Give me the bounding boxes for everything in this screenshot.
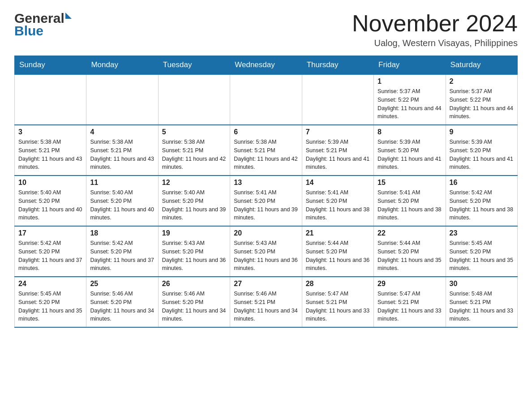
weekday-header-saturday: Saturday <box>446 56 517 75</box>
calendar-day-cell: 10Sunrise: 5:40 AMSunset: 5:20 PMDayligh… <box>15 176 86 226</box>
day-number: 8 <box>378 128 442 136</box>
day-number: 1 <box>378 77 442 86</box>
calendar-day-cell: 21Sunrise: 5:44 AMSunset: 5:20 PMDayligh… <box>302 226 373 277</box>
calendar-week-row: 17Sunrise: 5:42 AMSunset: 5:20 PMDayligh… <box>15 226 518 277</box>
title-area: November 2024 Ualog, Western Visayas, Ph… <box>352 11 518 48</box>
day-info: Sunrise: 5:45 AMSunset: 5:20 PMDaylight:… <box>450 239 514 273</box>
calendar-day-cell: 12Sunrise: 5:40 AMSunset: 5:20 PMDayligh… <box>158 176 230 226</box>
day-number: 11 <box>90 179 154 187</box>
weekday-header-friday: Friday <box>374 56 446 75</box>
day-number: 18 <box>90 229 154 237</box>
day-info: Sunrise: 5:41 AMSunset: 5:20 PMDaylight:… <box>306 188 370 222</box>
day-number: 15 <box>378 179 442 187</box>
weekday-header-thursday: Thursday <box>302 56 373 75</box>
day-info: Sunrise: 5:42 AMSunset: 5:20 PMDaylight:… <box>18 239 82 273</box>
day-number: 16 <box>450 179 514 187</box>
weekday-header-sunday: Sunday <box>15 56 86 75</box>
day-info: Sunrise: 5:40 AMSunset: 5:20 PMDaylight:… <box>162 188 226 222</box>
day-number: 29 <box>378 280 442 288</box>
day-number: 21 <box>306 229 370 237</box>
calendar-day-cell <box>15 74 86 125</box>
calendar-week-row: 24Sunrise: 5:45 AMSunset: 5:20 PMDayligh… <box>15 277 518 327</box>
calendar-day-cell: 23Sunrise: 5:45 AMSunset: 5:20 PMDayligh… <box>446 226 517 277</box>
calendar-day-cell: 14Sunrise: 5:41 AMSunset: 5:20 PMDayligh… <box>302 176 373 226</box>
day-info: Sunrise: 5:44 AMSunset: 5:20 PMDaylight:… <box>378 239 442 273</box>
month-title: November 2024 <box>352 11 518 36</box>
day-info: Sunrise: 5:46 AMSunset: 5:20 PMDaylight:… <box>90 290 154 323</box>
calendar-day-cell: 25Sunrise: 5:46 AMSunset: 5:20 PMDayligh… <box>86 277 158 327</box>
day-info: Sunrise: 5:45 AMSunset: 5:20 PMDaylight:… <box>18 290 82 323</box>
day-number: 20 <box>234 229 298 237</box>
day-number: 10 <box>18 179 82 187</box>
calendar-day-cell: 27Sunrise: 5:46 AMSunset: 5:21 PMDayligh… <box>230 277 302 327</box>
day-number: 26 <box>162 280 226 288</box>
weekday-header-wednesday: Wednesday <box>230 56 302 75</box>
calendar-day-cell <box>158 74 230 125</box>
page-header: General Blue November 2024 Ualog, Wester… <box>14 11 518 48</box>
calendar-day-cell: 4Sunrise: 5:38 AMSunset: 5:21 PMDaylight… <box>86 125 158 176</box>
day-info: Sunrise: 5:40 AMSunset: 5:20 PMDaylight:… <box>18 188 82 222</box>
day-number: 7 <box>306 128 370 136</box>
logo-arrow-icon <box>65 13 72 19</box>
calendar-week-row: 1Sunrise: 5:37 AMSunset: 5:22 PMDaylight… <box>15 74 518 125</box>
day-info: Sunrise: 5:43 AMSunset: 5:20 PMDaylight:… <box>162 239 226 273</box>
day-number: 17 <box>18 229 82 237</box>
calendar-day-cell: 9Sunrise: 5:39 AMSunset: 5:20 PMDaylight… <box>446 125 517 176</box>
day-info: Sunrise: 5:47 AMSunset: 5:21 PMDaylight:… <box>306 290 370 323</box>
calendar-table: SundayMondayTuesdayWednesdayThursdayFrid… <box>14 56 518 328</box>
calendar-day-cell: 30Sunrise: 5:48 AMSunset: 5:21 PMDayligh… <box>446 277 517 327</box>
day-number: 5 <box>162 128 226 136</box>
day-info: Sunrise: 5:38 AMSunset: 5:21 PMDaylight:… <box>162 138 226 171</box>
calendar-day-cell: 11Sunrise: 5:40 AMSunset: 5:20 PMDayligh… <box>86 176 158 226</box>
day-info: Sunrise: 5:39 AMSunset: 5:20 PMDaylight:… <box>378 138 442 171</box>
day-number: 2 <box>450 77 514 86</box>
day-number: 14 <box>306 179 370 187</box>
calendar-day-cell: 17Sunrise: 5:42 AMSunset: 5:20 PMDayligh… <box>15 226 86 277</box>
weekday-header-row: SundayMondayTuesdayWednesdayThursdayFrid… <box>15 56 518 75</box>
day-number: 25 <box>90 280 154 288</box>
day-info: Sunrise: 5:37 AMSunset: 5:22 PMDaylight:… <box>378 87 442 121</box>
day-number: 19 <box>162 229 226 237</box>
day-info: Sunrise: 5:46 AMSunset: 5:21 PMDaylight:… <box>234 290 298 323</box>
location-subtitle: Ualog, Western Visayas, Philippines <box>352 38 518 48</box>
calendar-day-cell <box>86 74 158 125</box>
calendar-day-cell: 29Sunrise: 5:47 AMSunset: 5:21 PMDayligh… <box>374 277 446 327</box>
day-number: 22 <box>378 229 442 237</box>
calendar-day-cell: 2Sunrise: 5:37 AMSunset: 5:22 PMDaylight… <box>446 74 517 125</box>
day-info: Sunrise: 5:37 AMSunset: 5:22 PMDaylight:… <box>450 87 514 121</box>
calendar-day-cell: 22Sunrise: 5:44 AMSunset: 5:20 PMDayligh… <box>374 226 446 277</box>
day-number: 6 <box>234 128 298 136</box>
calendar-day-cell: 15Sunrise: 5:41 AMSunset: 5:20 PMDayligh… <box>374 176 446 226</box>
day-number: 23 <box>450 229 514 237</box>
day-number: 30 <box>450 280 514 288</box>
day-info: Sunrise: 5:44 AMSunset: 5:20 PMDaylight:… <box>306 239 370 273</box>
calendar-day-cell: 24Sunrise: 5:45 AMSunset: 5:20 PMDayligh… <box>15 277 86 327</box>
calendar-week-row: 10Sunrise: 5:40 AMSunset: 5:20 PMDayligh… <box>15 176 518 226</box>
calendar-week-row: 3Sunrise: 5:38 AMSunset: 5:21 PMDaylight… <box>15 125 518 176</box>
calendar-day-cell: 1Sunrise: 5:37 AMSunset: 5:22 PMDaylight… <box>374 74 446 125</box>
day-info: Sunrise: 5:38 AMSunset: 5:21 PMDaylight:… <box>90 138 154 171</box>
day-info: Sunrise: 5:43 AMSunset: 5:20 PMDaylight:… <box>234 239 298 273</box>
calendar-day-cell: 8Sunrise: 5:39 AMSunset: 5:20 PMDaylight… <box>374 125 446 176</box>
day-number: 27 <box>234 280 298 288</box>
calendar-day-cell: 13Sunrise: 5:41 AMSunset: 5:20 PMDayligh… <box>230 176 302 226</box>
calendar-day-cell: 6Sunrise: 5:38 AMSunset: 5:21 PMDaylight… <box>230 125 302 176</box>
calendar-day-cell: 26Sunrise: 5:46 AMSunset: 5:20 PMDayligh… <box>158 277 230 327</box>
calendar-day-cell <box>230 74 302 125</box>
day-number: 3 <box>18 128 82 136</box>
day-info: Sunrise: 5:38 AMSunset: 5:21 PMDaylight:… <box>234 138 298 171</box>
day-info: Sunrise: 5:41 AMSunset: 5:20 PMDaylight:… <box>234 188 298 222</box>
calendar-day-cell: 5Sunrise: 5:38 AMSunset: 5:21 PMDaylight… <box>158 125 230 176</box>
day-number: 28 <box>306 280 370 288</box>
day-info: Sunrise: 5:38 AMSunset: 5:21 PMDaylight:… <box>18 138 82 171</box>
weekday-header-monday: Monday <box>86 56 158 75</box>
day-info: Sunrise: 5:39 AMSunset: 5:21 PMDaylight:… <box>306 138 370 171</box>
day-info: Sunrise: 5:40 AMSunset: 5:20 PMDaylight:… <box>90 188 154 222</box>
day-info: Sunrise: 5:42 AMSunset: 5:20 PMDaylight:… <box>450 188 514 222</box>
calendar-day-cell: 28Sunrise: 5:47 AMSunset: 5:21 PMDayligh… <box>302 277 373 327</box>
day-number: 9 <box>450 128 514 136</box>
day-number: 4 <box>90 128 154 136</box>
calendar-day-cell: 19Sunrise: 5:43 AMSunset: 5:20 PMDayligh… <box>158 226 230 277</box>
calendar-day-cell: 20Sunrise: 5:43 AMSunset: 5:20 PMDayligh… <box>230 226 302 277</box>
logo-blue-text: Blue <box>14 23 72 39</box>
